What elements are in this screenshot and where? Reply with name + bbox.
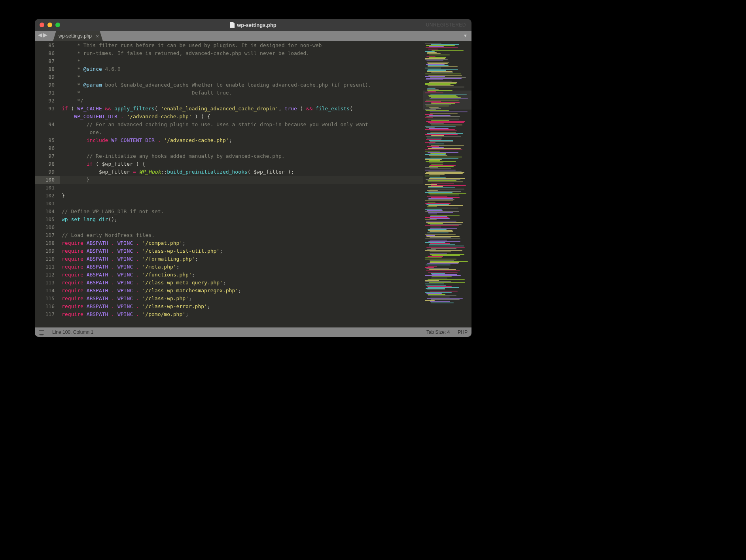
unregistered-label: UNREGISTERED xyxy=(426,22,466,28)
minimize-window-button[interactable] xyxy=(47,23,52,27)
code-line xyxy=(62,319,65,325)
code-line xyxy=(62,224,65,230)
status-language[interactable]: PHP xyxy=(454,329,471,335)
code-line: * run-times. If false is returned, advan… xyxy=(62,50,309,56)
code-line: require ABSPATH . WPINC . '/class-wp-lis… xyxy=(62,248,223,254)
code-line: require ABSPATH . WPINC . '/meta.php'; xyxy=(62,264,179,270)
code-line: * @since 4.6.0 xyxy=(62,66,121,72)
code-line: require ABSPATH . WPINC . '/formatting.p… xyxy=(62,256,198,262)
code-line: } xyxy=(60,176,423,184)
code-line: // Re-initialize any hooks added manuall… xyxy=(62,153,285,159)
code-line: * @param bool $enable_advanced_cache Whe… xyxy=(62,82,371,88)
code-line: * This filter runs before it can be used… xyxy=(62,42,322,48)
tab-bar: ◀ ▶ wp-settings.php × ▼ xyxy=(35,31,471,41)
code-line: require ABSPATH . WPINC . '/class-wp.php… xyxy=(62,295,192,301)
status-tab-size[interactable]: Tab Size: 4 xyxy=(422,329,454,335)
window-controls xyxy=(35,23,60,27)
code-line: $wp_filter = WP_Hook::build_preinitializ… xyxy=(62,169,294,175)
status-bar: Line 100, Column 1 Tab Size: 4 PHP xyxy=(35,327,471,337)
code-line: * Default true. xyxy=(62,90,232,96)
nav-back-icon[interactable]: ◀ xyxy=(38,32,42,38)
tab-wp-settings[interactable]: wp-settings.php × xyxy=(53,31,103,41)
code-line: one. xyxy=(62,129,102,135)
code-line: require ABSPATH . WPINC . '/class-wp-met… xyxy=(62,280,226,286)
code-line: if ( $wp_filter ) { xyxy=(62,161,145,167)
close-window-button[interactable] xyxy=(40,23,44,27)
code-line: // For an advanced caching plugin to use… xyxy=(62,121,368,127)
nav-forward-icon[interactable]: ▶ xyxy=(43,32,47,38)
close-tab-icon[interactable]: × xyxy=(96,33,99,39)
code-line: */ xyxy=(62,98,83,104)
code-line: } xyxy=(62,193,65,199)
code-line: wp_set_lang_dir(); xyxy=(62,216,117,222)
code-line xyxy=(62,145,65,151)
file-icon xyxy=(230,22,235,28)
minimap[interactable] xyxy=(423,41,471,327)
line-number-gutter[interactable]: 858687888990919293 94 959697989910010110… xyxy=(35,41,60,327)
code-line: require ABSPATH . WPINC . '/functions.ph… xyxy=(62,272,195,278)
code-line: // Define WP_LANG_DIR if not set. xyxy=(62,208,164,214)
titlebar: wp-settings.php UNREGISTERED xyxy=(35,19,471,31)
code-line: * xyxy=(62,74,80,80)
code-line: include WP_CONTENT_DIR . '/advanced-cach… xyxy=(62,137,232,143)
code-line: * xyxy=(62,58,80,64)
console-icon[interactable] xyxy=(39,330,44,335)
editor-window: wp-settings.php UNREGISTERED ◀ ▶ wp-sett… xyxy=(35,19,471,337)
maximize-window-button[interactable] xyxy=(55,23,60,27)
minimap-viewport[interactable] xyxy=(423,91,471,110)
code-line xyxy=(62,201,65,206)
window-title: wp-settings.php xyxy=(237,22,276,28)
code-editor[interactable]: * This filter runs before it can be used… xyxy=(60,41,423,327)
status-cursor-position[interactable]: Line 100, Column 1 xyxy=(48,329,97,335)
code-line: require ABSPATH . WPINC . '/pomo/mo.php'… xyxy=(62,311,189,317)
tabs-dropdown-icon[interactable]: ▼ xyxy=(463,33,468,38)
code-line: require ABSPATH . WPINC . '/class-wp-mat… xyxy=(62,288,241,293)
code-line: require ABSPATH . WPINC . '/class-wp-err… xyxy=(62,303,210,309)
code-line: if ( WP_CACHE && apply_filters( 'enable_… xyxy=(62,106,356,112)
code-line: require ABSPATH . WPINC . '/compat.php'; xyxy=(62,240,186,246)
code-line: // Load early WordPress files. xyxy=(62,232,155,238)
code-line: WP_CONTENT_DIR . '/advanced-cache.php' )… xyxy=(62,114,210,119)
tab-label: wp-settings.php xyxy=(59,33,92,39)
